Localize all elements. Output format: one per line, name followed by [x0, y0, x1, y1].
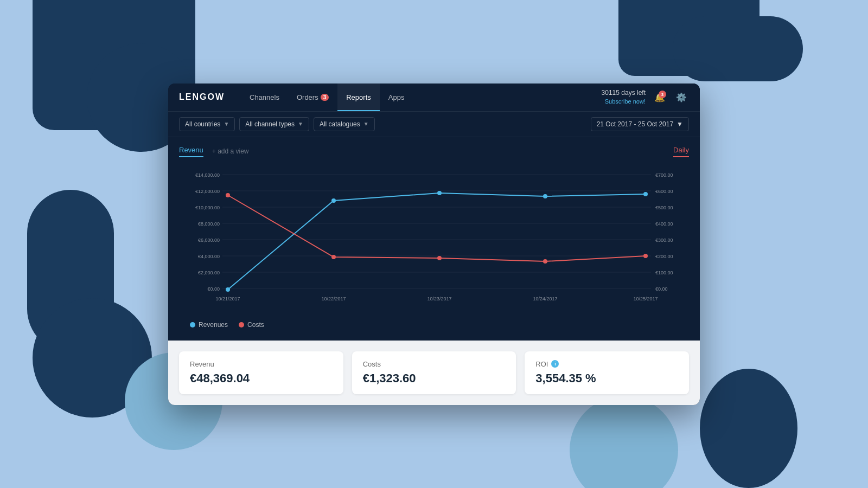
chart-header: Revenu + add a view Daily: [179, 146, 689, 157]
nav-apps[interactable]: Apps: [380, 84, 413, 112]
filters-right: 21 Oct 2017 - 25 Oct 2017 ▼: [591, 117, 689, 131]
chart-area: Revenu + add a view Daily €14,000.00 €12…: [168, 137, 700, 341]
svg-text:€500.00: €500.00: [655, 205, 673, 210]
roi-label: ROI i: [535, 360, 678, 368]
svg-text:€200.00: €200.00: [655, 254, 673, 259]
brand-logo: LENGOW: [179, 92, 225, 102]
svg-text:€14,000.00: €14,000.00: [195, 172, 220, 178]
caret-icon: ▼: [676, 120, 683, 128]
chart-wrapper: €14,000.00 €12,000.00 €10,000.00 €8,000.…: [179, 164, 689, 316]
costs-value: €1,323.60: [363, 371, 506, 386]
revenue-point: [226, 287, 230, 292]
svg-text:€6,000.00: €6,000.00: [198, 237, 220, 243]
costs-point: [437, 256, 442, 260]
svg-text:10/24/2017: 10/24/2017: [533, 296, 557, 301]
daily-button[interactable]: Daily: [673, 146, 689, 157]
svg-text:€300.00: €300.00: [655, 237, 673, 243]
svg-text:€700.00: €700.00: [655, 172, 673, 178]
svg-text:€10,000.00: €10,000.00: [195, 205, 220, 210]
stat-card-costs: Costs €1,323.60: [352, 351, 516, 394]
svg-text:€0.00: €0.00: [207, 286, 220, 292]
bg-shape: [27, 190, 114, 352]
bg-shape: [618, 0, 760, 76]
svg-text:€600.00: €600.00: [655, 189, 673, 194]
stat-card-revenu: Revenu €48,369.04: [179, 351, 343, 394]
filters-bar: All countries ▼ All channel types ▼ All …: [168, 112, 700, 137]
add-view-button[interactable]: + add a view: [212, 147, 249, 155]
revenue-point: [437, 191, 442, 195]
revenue-point: [543, 194, 547, 198]
tab-revenu[interactable]: Revenu: [179, 146, 203, 157]
days-left-info: 30115 days left Subscribe now!: [602, 88, 646, 106]
info-icon: i: [551, 360, 559, 368]
notifications-button[interactable]: 🔔 3: [652, 89, 667, 105]
costs-label: Costs: [363, 360, 506, 368]
svg-text:10/23/2017: 10/23/2017: [427, 296, 451, 301]
legend-revenues: Revenues: [190, 321, 228, 329]
revenues-dot: [190, 322, 195, 328]
costs-dot: [239, 322, 244, 328]
channel-types-filter[interactable]: All channel types ▼: [239, 117, 309, 131]
revenu-label: Revenu: [190, 360, 333, 368]
costs-point: [543, 259, 547, 264]
caret-icon: ▼: [363, 121, 369, 127]
svg-text:€400.00: €400.00: [655, 221, 673, 227]
caret-icon: ▼: [298, 121, 303, 127]
svg-text:€0.00: €0.00: [655, 286, 668, 292]
revenue-cost-chart: €14,000.00 €12,000.00 €10,000.00 €8,000.…: [179, 164, 689, 316]
costs-point: [331, 255, 336, 259]
navbar: LENGOW Channels Orders 3 Reports Apps 30…: [168, 84, 700, 112]
revenu-value: €48,369.04: [190, 371, 333, 386]
nav-reports[interactable]: Reports: [337, 84, 380, 112]
svg-text:€4,000.00: €4,000.00: [198, 254, 220, 259]
svg-text:10/25/2017: 10/25/2017: [633, 296, 658, 301]
svg-text:10/22/2017: 10/22/2017: [321, 296, 346, 301]
catalogues-filter[interactable]: All catalogues ▼: [314, 117, 375, 131]
countries-filter[interactable]: All countries ▼: [179, 117, 235, 131]
main-window: LENGOW Channels Orders 3 Reports Apps 30…: [168, 84, 700, 405]
notification-badge: 3: [659, 91, 666, 98]
svg-text:10/21/2017: 10/21/2017: [215, 296, 240, 301]
navbar-right: 30115 days left Subscribe now! 🔔 3 ⚙️: [602, 88, 689, 106]
chart-legend: Revenues Costs: [179, 316, 689, 334]
bg-shape: [673, 16, 803, 81]
stat-card-roi: ROI i 3,554.35 %: [525, 351, 689, 394]
nav-channels[interactable]: Channels: [241, 84, 288, 112]
svg-text:€100.00: €100.00: [655, 270, 673, 275]
legend-costs: Costs: [239, 321, 264, 329]
costs-point: [643, 254, 648, 258]
bg-shape: [33, 298, 152, 418]
roi-value: 3,554.35 %: [535, 371, 678, 386]
costs-point: [226, 193, 230, 197]
chart-tabs: Revenu + add a view: [179, 146, 249, 157]
bottom-stats: Revenu €48,369.04 Costs €1,323.60 ROI i …: [168, 341, 700, 405]
bg-shape: [700, 369, 797, 488]
revenue-point: [643, 192, 648, 196]
date-range-picker[interactable]: 21 Oct 2017 - 25 Oct 2017 ▼: [591, 117, 689, 131]
revenue-point: [331, 198, 336, 203]
svg-text:€8,000.00: €8,000.00: [198, 221, 220, 227]
nav-orders[interactable]: Orders 3: [288, 84, 337, 112]
settings-button[interactable]: ⚙️: [674, 89, 689, 105]
svg-text:€2,000.00: €2,000.00: [198, 270, 220, 275]
orders-badge: 3: [321, 94, 329, 101]
caret-icon: ▼: [224, 121, 229, 127]
bg-shape: [570, 396, 678, 488]
nav-links: Channels Orders 3 Reports Apps: [241, 84, 602, 112]
svg-text:€12,000.00: €12,000.00: [195, 189, 220, 194]
